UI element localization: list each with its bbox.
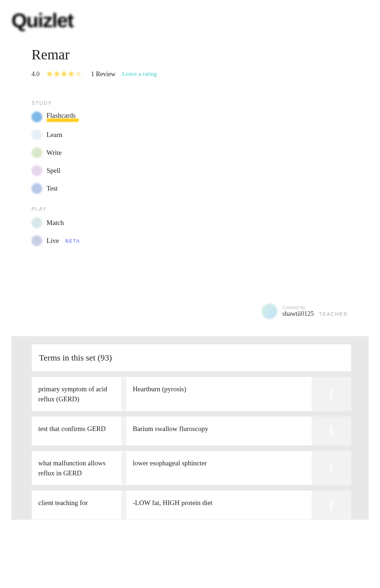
- rating-stars: ★★★★★: [46, 69, 82, 79]
- created-by-label: Created by: [282, 305, 348, 310]
- terms-header: Terms in this set (93): [31, 344, 351, 372]
- mode-label: Flashcards: [47, 112, 79, 122]
- review-count: 1 Review: [91, 70, 116, 78]
- beta-badge: BETA: [65, 238, 80, 244]
- term-divider: [121, 451, 126, 485]
- term-text: client teaching for: [32, 491, 121, 519]
- mode-label: Learn: [47, 131, 62, 139]
- term-text: test that confirms GERD: [32, 417, 121, 445]
- flashcards-icon: [31, 112, 42, 122]
- definition-text: -LOW fat, HIGH protein diet: [126, 491, 312, 519]
- star-icon: ★: [68, 69, 75, 78]
- test-icon: [31, 183, 42, 194]
- mode-flashcards[interactable]: Flashcards: [31, 112, 351, 122]
- study-mode-list: Flashcards Learn Write Spell Test: [31, 112, 351, 194]
- mode-match[interactable]: Match: [31, 217, 351, 228]
- definition-text: Barium swallow fluroscopy: [126, 417, 312, 445]
- mode-label: Match: [47, 219, 64, 227]
- term-divider: [121, 491, 126, 519]
- star-icon: ★: [60, 69, 68, 78]
- term-card: client teaching for -LOW fat, HIGH prote…: [31, 490, 351, 520]
- mode-label: Write: [47, 149, 62, 157]
- mode-test[interactable]: Test: [31, 183, 351, 194]
- learn-icon: [31, 129, 42, 140]
- leave-rating-link[interactable]: Leave a rating: [122, 70, 157, 78]
- definition-text: Heartburn (pyrosis): [126, 377, 312, 411]
- term-text: primary symptom of acid reflux (GERD): [32, 377, 121, 411]
- mode-write[interactable]: Write: [31, 147, 351, 158]
- term-card: primary symptom of acid reflux (GERD) He…: [31, 377, 351, 411]
- mode-label: Test: [47, 185, 58, 192]
- term-actions[interactable]: [312, 377, 351, 411]
- star-icon: ★: [75, 69, 82, 78]
- term-text: what malfunction allows reflux in GERD: [32, 451, 121, 485]
- term-actions[interactable]: [312, 417, 351, 445]
- write-icon: [31, 147, 42, 158]
- rating-row: 4.0 ★★★★★ 1 Review Leave a rating: [31, 69, 351, 79]
- brand-logo: Quizlet: [11, 9, 369, 32]
- term-actions[interactable]: [312, 451, 351, 485]
- star-icon: ★: [46, 69, 53, 78]
- study-section-label: STUDY: [31, 100, 351, 106]
- term-card: what malfunction allows reflux in GERD l…: [31, 451, 351, 485]
- mode-spell[interactable]: Spell: [31, 165, 351, 176]
- term-card: test that confirms GERD Barium swallow f…: [31, 416, 351, 446]
- avatar[interactable]: [262, 303, 277, 319]
- term-divider: [121, 377, 126, 411]
- mode-label: Spell: [47, 167, 60, 175]
- play-section-label: PLAY: [31, 206, 351, 212]
- term-actions[interactable]: [312, 491, 351, 519]
- terms-section: Terms in this set (93) primary symptom o…: [11, 336, 369, 520]
- play-mode-list: Match Live BETA: [31, 217, 351, 246]
- mode-label: Live: [47, 237, 59, 245]
- mode-learn[interactable]: Learn: [31, 129, 351, 140]
- page-title: Remar: [31, 46, 351, 63]
- match-icon: [31, 217, 42, 228]
- creator-name[interactable]: shawtii0125: [282, 310, 314, 318]
- mode-live[interactable]: Live BETA: [31, 235, 351, 246]
- definition-text: lower esophageal sphincter: [126, 451, 312, 485]
- teacher-badge: TEACHER: [319, 311, 348, 317]
- star-icon: ★: [53, 69, 60, 78]
- live-icon: [31, 235, 42, 246]
- creator-block: Created by shawtii0125 TEACHER: [31, 303, 351, 319]
- rating-score: 4.0: [31, 70, 40, 78]
- term-divider: [121, 417, 126, 445]
- spell-icon: [31, 165, 42, 176]
